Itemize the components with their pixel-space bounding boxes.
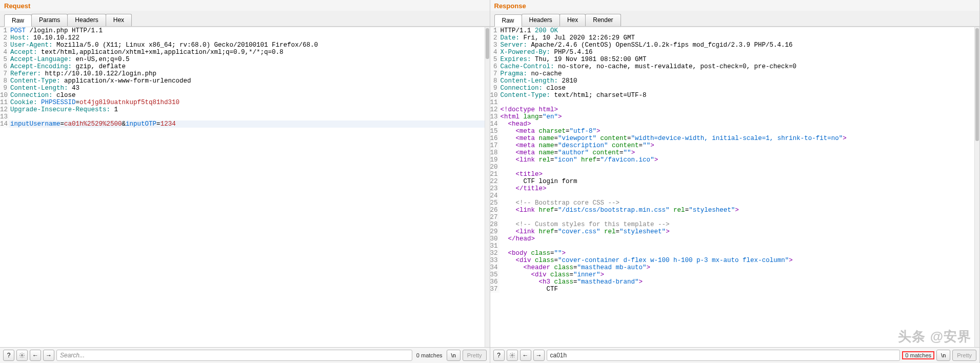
line-number: 12: [490, 106, 499, 113]
help-icon[interactable]: ?: [493, 350, 505, 361]
code-line[interactable]: 24: [490, 192, 980, 199]
code-line[interactable]: 1HTTP/1.1 200 OK: [490, 27, 980, 34]
code-line[interactable]: 11: [490, 99, 980, 106]
request-search-input[interactable]: [56, 350, 412, 361]
code-line[interactable]: 26 <link href="/dist/css/bootstrap.min.c…: [490, 207, 980, 214]
line-number: 6: [0, 63, 9, 70]
code-line[interactable]: 7Referer: http://10.10.10.122/login.php: [0, 70, 490, 77]
line-content: Server: Apache/2.4.6 (CentOS) OpenSSL/1.…: [499, 42, 980, 49]
code-line[interactable]: 30 </head>: [490, 235, 980, 243]
code-line[interactable]: 21 <title>: [490, 171, 980, 178]
pretty-button[interactable]: Pretty: [952, 350, 976, 361]
code-line[interactable]: 19 <link rel="icon" href="/favicon.ico">: [490, 156, 980, 164]
gear-icon[interactable]: [16, 350, 28, 361]
code-line[interactable]: 4Accept: text/html,application/xhtml+xml…: [0, 49, 490, 56]
gear-icon[interactable]: [507, 350, 518, 361]
line-content: <header class="masthead mb-auto">: [499, 264, 980, 271]
response-editor[interactable]: 1HTTP/1.1 200 OK2Date: Fri, 10 Jul 2020 …: [490, 27, 980, 347]
help-icon[interactable]: ?: [3, 350, 14, 361]
code-line[interactable]: 2Date: Fri, 10 Jul 2020 12:26:29 GMT: [490, 34, 980, 42]
line-content: [499, 164, 980, 171]
code-line[interactable]: 31: [490, 243, 980, 250]
pretty-button[interactable]: Pretty: [463, 350, 487, 361]
line-content: [499, 243, 980, 250]
line-content: inputUsername=ca01h%2529%2500&inputOTP=1…: [9, 120, 490, 128]
code-line[interactable]: 5Accept-Language: en-US,en;q=0.5: [0, 56, 490, 63]
code-line[interactable]: 10Content-Type: text/html; charset=UTF-8: [490, 92, 980, 99]
code-line[interactable]: 35 <div class="inner">: [490, 271, 980, 278]
line-content: Connection: close: [9, 92, 490, 99]
code-line[interactable]: 16 <meta name="viewport" content="width=…: [490, 135, 980, 142]
code-line[interactable]: 17 <meta name="description" content="">: [490, 142, 980, 149]
tab-render[interactable]: Render: [585, 14, 621, 26]
code-line[interactable]: 36 <h3 class="masthead-brand">: [490, 278, 980, 286]
code-line[interactable]: 2Host: 10.10.10.122: [0, 34, 490, 42]
code-line[interactable]: 8Content-Type: application/x-www-form-ur…: [0, 77, 490, 85]
line-number: 14: [0, 120, 9, 128]
next-match-button[interactable]: →: [43, 350, 54, 361]
code-line[interactable]: 4X-Powered-By: PHP/5.4.16: [490, 49, 980, 56]
request-editor[interactable]: 1POST /login.php HTTP/1.12Host: 10.10.10…: [0, 27, 490, 347]
prev-match-button[interactable]: ←: [30, 350, 41, 361]
code-line[interactable]: 29 <link href="cover.css" rel="styleshee…: [490, 228, 980, 235]
line-content: POST /login.php HTTP/1.1: [9, 27, 490, 34]
newline-toggle-button[interactable]: \n: [936, 350, 950, 361]
code-line[interactable]: 32 <body class="">: [490, 250, 980, 257]
code-line[interactable]: 11Cookie: PHPSESSID=ot4jg8l9uatnkupf5tq8…: [0, 99, 490, 106]
line-number: 27: [490, 214, 499, 221]
code-line[interactable]: 9Connection: close: [490, 85, 980, 92]
code-line[interactable]: 9Content-Length: 43: [0, 85, 490, 92]
tab-headers[interactable]: Headers: [522, 14, 560, 26]
line-content: <!doctype html>: [499, 106, 980, 113]
line-content: Content-Type: application/x-www-form-url…: [9, 77, 490, 85]
request-match-count: 0 matches: [414, 352, 445, 358]
code-line[interactable]: 37 CTF: [490, 286, 980, 293]
code-line[interactable]: 12<!doctype html>: [490, 106, 980, 113]
code-line[interactable]: 1POST /login.php HTTP/1.1: [0, 27, 490, 34]
response-scrollbar[interactable]: [974, 27, 979, 347]
code-line[interactable]: 7Pragma: no-cache: [490, 70, 980, 77]
code-line[interactable]: 23 </title>: [490, 185, 980, 192]
code-line[interactable]: 3User-Agent: Mozilla/5.0 (X11; Linux x86…: [0, 42, 490, 49]
response-search-input[interactable]: [547, 350, 901, 361]
line-content: <html lang="en">: [499, 113, 980, 120]
code-line[interactable]: 33 <div class="cover-container d-flex w-…: [490, 257, 980, 264]
code-line[interactable]: 14inputUsername=ca01h%2529%2500&inputOTP…: [0, 120, 490, 128]
code-line[interactable]: 34 <header class="masthead mb-auto">: [490, 264, 980, 271]
code-line[interactable]: 6Accept-Encoding: gzip, deflate: [0, 63, 490, 70]
code-line[interactable]: 12Upgrade-Insecure-Requests: 1: [0, 106, 490, 113]
code-line[interactable]: 22 CTF login form: [490, 178, 980, 185]
tab-params[interactable]: Params: [31, 14, 68, 26]
code-line[interactable]: 27: [490, 214, 980, 221]
code-line[interactable]: 5Expires: Thu, 19 Nov 1981 08:52:00 GMT: [490, 56, 980, 63]
code-line[interactable]: 13<html lang="en">: [490, 113, 980, 120]
line-number: 21: [490, 171, 499, 178]
line-number: 6: [490, 63, 499, 70]
next-match-button[interactable]: →: [533, 350, 545, 361]
tab-raw[interactable]: Raw: [4, 14, 32, 27]
code-line[interactable]: 10Connection: close: [0, 92, 490, 99]
prev-match-button[interactable]: ←: [520, 350, 531, 361]
line-number: 23: [490, 185, 499, 192]
code-line[interactable]: 8Content-Length: 2810: [490, 77, 980, 85]
line-content: [499, 192, 980, 199]
line-number: 5: [0, 56, 9, 63]
newline-toggle-button[interactable]: \n: [447, 350, 461, 361]
code-line[interactable]: 20: [490, 164, 980, 171]
code-line[interactable]: 28 <!-- Custom styles for this template …: [490, 221, 980, 228]
request-scrollbar[interactable]: [485, 27, 490, 347]
line-content: Accept-Encoding: gzip, deflate: [9, 63, 490, 70]
code-line[interactable]: 25 <!-- Bootstrap core CSS -->: [490, 199, 980, 207]
line-content: Host: 10.10.10.122: [9, 34, 490, 42]
tab-raw[interactable]: Raw: [494, 14, 522, 27]
code-line[interactable]: 3Server: Apache/2.4.6 (CentOS) OpenSSL/1…: [490, 42, 980, 49]
code-line[interactable]: 14 <head>: [490, 120, 980, 128]
tab-headers[interactable]: Headers: [67, 14, 106, 26]
code-line[interactable]: 18 <meta name="author" content="">: [490, 149, 980, 156]
code-line[interactable]: 13: [0, 113, 490, 120]
code-line[interactable]: 6Cache-Control: no-store, no-cache, must…: [490, 63, 980, 70]
line-number: 2: [490, 34, 499, 42]
code-line[interactable]: 15 <meta charset="utf-8">: [490, 128, 980, 135]
tab-hex[interactable]: Hex: [106, 14, 132, 26]
tab-hex[interactable]: Hex: [559, 14, 586, 26]
